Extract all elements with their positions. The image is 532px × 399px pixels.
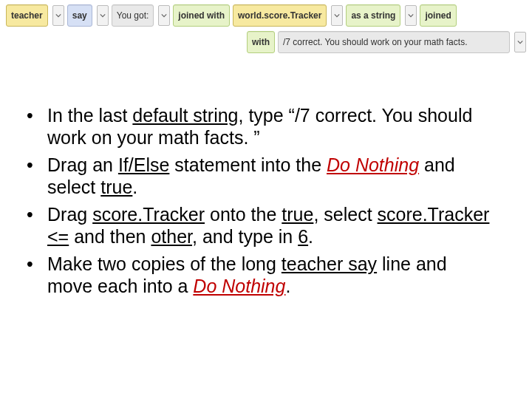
underline-phrase: teacher say: [282, 253, 377, 274]
underline-phrase: score.Tracker: [92, 204, 205, 225]
bullet-item-4: Make two copies of the long teacher say …: [27, 253, 494, 297]
bullet-item-1: In the last default string, type “/7 cor…: [27, 105, 494, 149]
text: Drag: [47, 204, 92, 225]
code-row-1: teacher say You got: joined with world.s…: [6, 4, 526, 27]
token-tail-string[interactable]: /7 correct. You should work on your math…: [278, 31, 510, 53]
bullet-item-3: Drag score.Tracker onto the true, select…: [27, 204, 494, 248]
text: .: [308, 226, 313, 247]
token-joined-with[interactable]: joined with: [173, 4, 230, 27]
text: , select: [313, 204, 377, 225]
do-nothing-emph: Do Nothing: [327, 154, 419, 175]
underline-phrase: true: [282, 204, 313, 225]
chevron-down-icon[interactable]: [405, 5, 417, 26]
underline-phrase: true: [100, 177, 132, 197]
text: and then: [69, 226, 151, 247]
token-say-method[interactable]: say: [67, 4, 92, 27]
underline-phrase: 6: [298, 226, 308, 247]
do-nothing-emph: Do Nothing: [193, 276, 285, 296]
text: In the last: [47, 105, 132, 126]
text: Make two copies of the long: [47, 253, 282, 274]
chevron-down-icon[interactable]: [331, 5, 343, 26]
text: .: [132, 177, 137, 197]
bullet-item-2: Drag an If/Else statement into the Do No…: [27, 154, 494, 198]
alice-code-block: teacher say You got: joined with world.s…: [0, 0, 532, 64]
underline-phrase: other: [151, 226, 192, 247]
token-teacher-object[interactable]: teacher: [6, 4, 48, 27]
chevron-down-icon[interactable]: [52, 5, 64, 26]
underline-phrase: default string: [132, 105, 238, 126]
text: Drag an: [47, 154, 118, 175]
text: , and type in: [192, 226, 298, 247]
text: statement into the: [169, 154, 327, 175]
token-as-a-string[interactable]: as a string: [346, 4, 400, 27]
text: .: [285, 276, 290, 296]
underline-phrase: If/Else: [118, 154, 169, 175]
token-world-scoretracker[interactable]: world.score.Tracker: [233, 4, 327, 27]
chevron-down-icon[interactable]: [158, 5, 170, 26]
text: onto the: [205, 204, 282, 225]
chevron-down-icon[interactable]: [97, 5, 109, 26]
token-you-got-string[interactable]: You got:: [112, 4, 154, 27]
chevron-down-icon[interactable]: [514, 32, 526, 52]
token-joined-trailing[interactable]: joined: [420, 4, 456, 27]
token-with[interactable]: with: [247, 31, 275, 53]
code-row-2: with /7 correct. You should work on your…: [6, 31, 526, 53]
instruction-bullets: In the last default string, type “/7 cor…: [27, 105, 494, 303]
